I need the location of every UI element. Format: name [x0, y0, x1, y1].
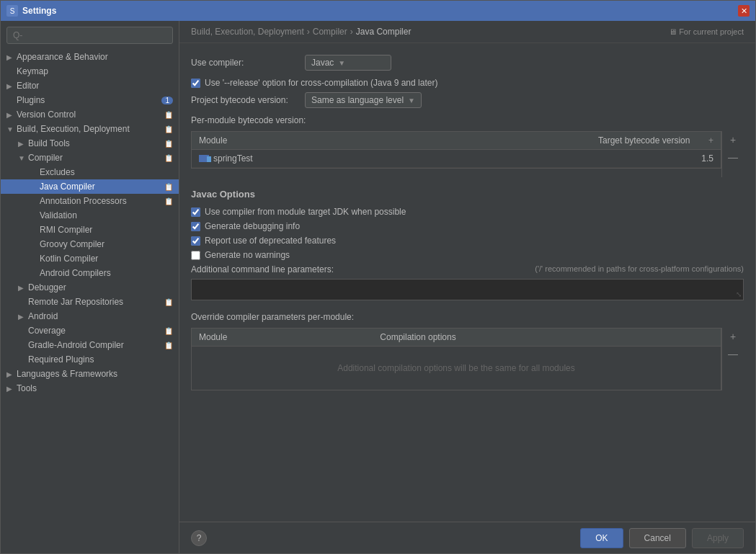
ok-button[interactable]: OK: [580, 528, 623, 548]
sidebar-label-groovy-compiler: Groovy Compiler: [40, 239, 173, 249]
copy-icon-build-tools: 📋: [164, 140, 173, 148]
sidebar-item-groovy-compiler[interactable]: Groovy Compiler: [1, 237, 179, 251]
breadcrumb-sep1: ›: [307, 27, 310, 37]
sidebar-item-excludes[interactable]: Excludes: [1, 165, 179, 179]
override-table: Module Compilation options Additional co…: [191, 328, 721, 390]
cmd-params-hint: ('/' recommended in paths for cross-plat…: [535, 264, 744, 273]
sidebar-label-annotation-processors: Annotation Processors: [40, 196, 161, 206]
copy-icon-annotation-processors: 📋: [164, 197, 173, 205]
sidebar-label-remote-jar: Remote Jar Repositories: [28, 297, 161, 307]
help-button[interactable]: ?: [191, 530, 207, 546]
sidebar-item-android-compilers[interactable]: Android Compilers: [1, 266, 179, 280]
footer-right: OK Cancel Apply: [580, 528, 744, 548]
module-jdk-checkbox[interactable]: [191, 207, 200, 217]
sidebar-label-validation: Validation: [40, 210, 173, 220]
sidebar-item-validation[interactable]: Validation: [1, 208, 179, 223]
module-col-header: Module: [192, 132, 591, 149]
add-row-btn[interactable]: +: [722, 131, 744, 148]
sidebar-item-remote-jar[interactable]: Remote Jar Repositories📋: [1, 295, 179, 309]
sidebar-item-tools[interactable]: ▶Tools: [1, 381, 179, 396]
tree-arrow-build-exec-deploy: ▼: [6, 125, 14, 133]
tree-arrow-debugger: ▶: [18, 284, 25, 292]
deprecated-label: Report use of deprecated features: [205, 236, 336, 246]
close-button[interactable]: ✕: [738, 5, 750, 17]
sidebar-label-languages-frameworks: Languages & Frameworks: [17, 369, 173, 379]
sidebar-item-version-control[interactable]: ▶Version Control📋: [1, 107, 179, 122]
sidebar-item-kotlin-compiler[interactable]: Kotlin Compiler: [1, 251, 179, 266]
module-icon: [199, 155, 209, 162]
bytecode-version-label: Project bytecode version:: [191, 95, 299, 105]
sidebar-item-android[interactable]: ▶Android: [1, 309, 179, 323]
sidebar-label-rmi-compiler: RMI Compiler: [40, 225, 173, 235]
compiler-dropdown[interactable]: Javac ▼: [305, 55, 391, 71]
cancel-button[interactable]: Cancel: [629, 528, 686, 548]
cmd-input-area[interactable]: ⤡: [191, 279, 744, 300]
module-table-header: Module Target bytecode version +: [192, 132, 721, 150]
sidebar-item-required-plugins[interactable]: Required Plugins: [1, 352, 179, 367]
debug-row: Generate debugging info: [191, 221, 744, 231]
table-row: springTest 1.5: [192, 150, 721, 168]
sidebar-item-compiler[interactable]: ▼Compiler📋: [1, 151, 179, 165]
sidebar-item-annotation-processors[interactable]: Annotation Processors📋: [1, 194, 179, 208]
footer-left: ?: [191, 530, 207, 546]
footer: ? OK Cancel Apply: [179, 522, 755, 553]
sidebar-label-kotlin-compiler: Kotlin Compiler: [40, 254, 173, 264]
per-module-label: Per-module bytecode version:: [191, 115, 744, 125]
use-release-checkbox[interactable]: [191, 79, 200, 88]
tree-arrow-compiler: ▼: [18, 154, 25, 162]
sidebar: ▶Appearance & BehaviorKeymap▶EditorPlugi…: [1, 21, 179, 553]
no-warnings-row: Generate no warnings: [191, 250, 744, 260]
bytecode-version-dropdown[interactable]: Same as language level ▼: [305, 92, 422, 108]
sidebar-item-rmi-compiler[interactable]: RMI Compiler: [1, 223, 179, 237]
sidebar-label-compiler: Compiler: [28, 153, 161, 163]
use-compiler-label: Use compiler:: [191, 58, 299, 68]
tree-arrow-tools: ▶: [6, 385, 14, 393]
javac-section-title: Javac Options: [191, 189, 744, 200]
sidebar-label-editor: Editor: [17, 81, 173, 91]
deprecated-checkbox[interactable]: [191, 236, 200, 246]
copy-icon-build-exec-deploy: 📋: [164, 125, 173, 133]
debug-label: Generate debugging info: [205, 221, 300, 231]
sidebar-item-build-tools[interactable]: ▶Build Tools📋: [1, 136, 179, 151]
sidebar-item-debugger[interactable]: ▶Debugger: [1, 280, 179, 295]
module-name-cell: springTest: [192, 150, 591, 167]
sidebar-item-plugins[interactable]: Plugins1: [1, 93, 179, 107]
override-options-header: Compilation options: [373, 329, 721, 346]
cmd-params-row: Additional command line parameters: ('/'…: [191, 264, 744, 274]
no-warnings-checkbox[interactable]: [191, 251, 200, 260]
sidebar-item-editor[interactable]: ▶Editor: [1, 79, 179, 93]
debug-checkbox[interactable]: [191, 222, 200, 231]
use-compiler-row: Use compiler: Javac ▼: [191, 55, 744, 71]
module-table-actions: + —: [721, 131, 744, 177]
sidebar-item-gradle-android[interactable]: Gradle-Android Compiler📋: [1, 338, 179, 352]
apply-button[interactable]: Apply: [692, 528, 744, 548]
search-input[interactable]: [13, 30, 166, 40]
remove-row-btn[interactable]: —: [722, 148, 744, 166]
override-module-header: Module: [192, 329, 373, 346]
module-version-cell: 1.5: [591, 150, 721, 167]
sidebar-item-java-compiler[interactable]: Java Compiler📋: [1, 179, 179, 194]
sidebar-item-keymap[interactable]: Keymap: [1, 64, 179, 79]
add-module-btn[interactable]: +: [708, 135, 713, 146]
tree-arrow-appearance: ▶: [6, 53, 14, 61]
sidebar-label-gradle-android: Gradle-Android Compiler: [28, 340, 161, 350]
sidebar-item-languages-frameworks[interactable]: ▶Languages & Frameworks: [1, 367, 179, 381]
use-release-label: Use '--release' option for cross-compila…: [205, 78, 437, 88]
override-add-btn[interactable]: +: [722, 328, 744, 345]
target-version-col-header: Target bytecode version +: [591, 132, 721, 149]
override-table-header: Module Compilation options: [192, 329, 721, 347]
copy-icon-compiler: 📋: [164, 154, 173, 162]
module-jdk-row: Use compiler from module target JDK when…: [191, 207, 744, 217]
override-title: Override compiler parameters per-module:: [191, 312, 744, 322]
copy-icon-java-compiler: 📋: [164, 183, 173, 191]
search-box[interactable]: [6, 27, 173, 44]
sidebar-item-build-exec-deploy[interactable]: ▼Build, Execution, Deployment📋: [1, 122, 179, 136]
sidebar-label-appearance: Appearance & Behavior: [17, 52, 173, 62]
sidebar-item-appearance[interactable]: ▶Appearance & Behavior: [1, 50, 179, 64]
sidebar-item-coverage[interactable]: Coverage📋: [1, 323, 179, 338]
breadcrumb-current: Java Compiler: [356, 27, 412, 37]
use-release-row: Use '--release' option for cross-compila…: [191, 78, 744, 88]
titlebar-left: S Settings: [6, 5, 56, 17]
copy-icon-remote-jar: 📋: [164, 298, 173, 306]
override-remove-btn[interactable]: —: [722, 345, 744, 362]
